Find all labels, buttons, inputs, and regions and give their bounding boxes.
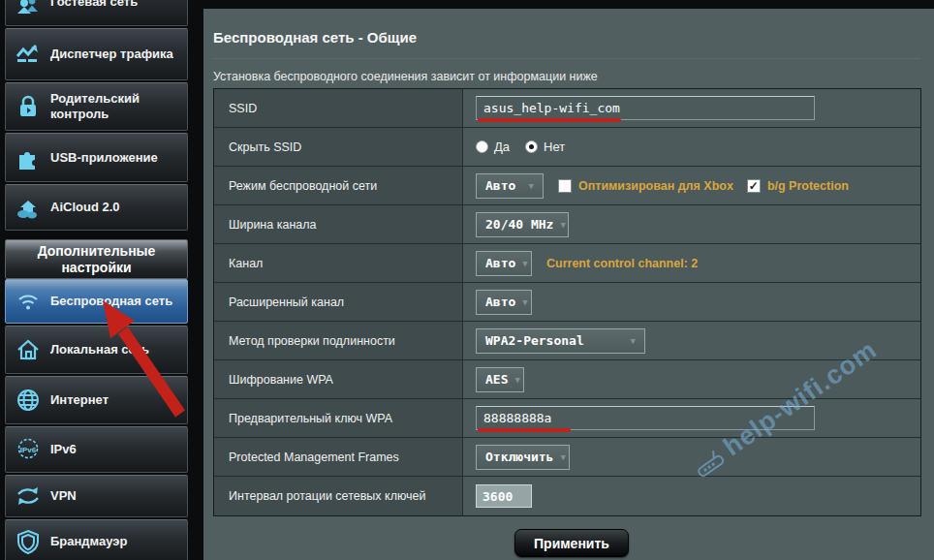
red-underline-annotation — [478, 428, 571, 432]
sidebar-item-wireless[interactable]: Беспроводная сеть — [5, 279, 188, 324]
aicloud-icon — [6, 194, 50, 221]
row-ssid: SSID — [214, 89, 920, 128]
xbox-checkbox-label: Оптимизирован для Xbox — [578, 179, 733, 193]
channel-value: Авто — [485, 256, 515, 270]
sidebar-item-label: AiCloud 2.0 — [50, 200, 126, 215]
sidebar-item-label: Брандмауэр — [50, 534, 133, 549]
row-auth-method: Метод проверки подлинности WPA2-Personal… — [214, 322, 920, 360]
row-channel: Канал Авто▼ Current control channel: 2 — [214, 244, 920, 283]
sidebar-section-title: Дополнительные настройки — [24, 243, 170, 276]
chevron-down-icon: ▼ — [522, 259, 527, 268]
sidebar-item-ipv6[interactable]: IPv6 IPv6 — [5, 426, 188, 473]
vpn-icon — [6, 482, 50, 510]
sidebar: Гостевая сеть Диспетчер трафика Родитель… — [0, 0, 191, 560]
pmf-select[interactable]: Отключить▼ — [476, 445, 570, 470]
auth-method-value: WPA2-Personal — [485, 333, 584, 348]
ext-channel-label: Расширенный канал — [214, 283, 463, 321]
row-key-rotation: Интервал ротации сетевых ключей — [214, 477, 920, 515]
hide-ssid-no-label: Нет — [544, 140, 565, 154]
red-underline-annotation — [478, 118, 621, 122]
wireless-settings-table: SSID Скрыть SSID Да Нет — [213, 88, 921, 516]
sidebar-item-lan[interactable]: Локальная сеть — [5, 326, 188, 374]
radio-circle-selected-icon — [525, 140, 538, 153]
title-divider — [213, 58, 920, 59]
firewall-icon — [6, 528, 50, 555]
sidebar-item-label: Беспроводная сеть — [50, 294, 178, 309]
guest-network-icon — [6, 0, 50, 16]
pmf-label: Protected Management Frames — [214, 438, 463, 476]
sidebar-item-label: Родительский контроль — [50, 91, 187, 122]
row-wireless-mode: Режим беспроводной сети Авто▼ Оптимизиро… — [214, 167, 920, 205]
sidebar-item-parental-control[interactable]: Родительский контроль — [5, 82, 188, 131]
hide-ssid-yes-radio[interactable]: Да — [476, 140, 510, 154]
row-hide-ssid: Скрыть SSID Да Нет — [214, 128, 920, 167]
chevron-down-icon: ▼ — [560, 452, 565, 462]
row-channel-width: Ширина канала 20/40 MHz▼ — [214, 205, 920, 244]
sidebar-item-label: VPN — [50, 488, 82, 504]
hide-ssid-label: Скрыть SSID — [214, 128, 463, 166]
row-ext-channel: Расширенный канал Авто▼ — [214, 283, 920, 322]
apply-button[interactable]: Применить — [514, 529, 629, 557]
hide-ssid-no-radio[interactable]: Нет — [525, 140, 565, 154]
wireless-mode-label: Режим беспроводной сети — [214, 167, 463, 204]
svg-text:IPv6: IPv6 — [20, 446, 37, 454]
sidebar-item-traffic-manager[interactable]: Диспетчер трафика — [5, 28, 188, 80]
sidebar-item-firewall[interactable]: Брандмауэр — [5, 519, 188, 560]
ext-channel-select[interactable]: Авто▼ — [476, 290, 532, 315]
chevron-down-icon: ▼ — [631, 336, 636, 346]
wpa-encryption-label: Шифрование WPA — [214, 360, 463, 398]
key-rotation-label: Интервал ротации сетевых ключей — [214, 477, 463, 515]
channel-select[interactable]: Авто▼ — [476, 251, 532, 276]
channel-width-value: 20/40 MHz — [485, 217, 553, 232]
auth-method-select[interactable]: WPA2-Personal▼ — [476, 328, 645, 354]
wpa-key-label: Предварительный ключ WPA — [214, 399, 463, 437]
page-title: Беспроводная сеть - Общие — [213, 29, 417, 46]
row-wpa-key: Предварительный ключ WPA — [214, 399, 920, 438]
sidebar-item-label: Интернет — [50, 392, 114, 408]
parental-control-icon — [6, 94, 50, 119]
sidebar-item-label: IPv6 — [50, 442, 82, 457]
checkmark-icon: ✓ — [749, 179, 759, 193]
auth-method-label: Метод проверки подлинности — [214, 322, 463, 359]
radio-circle-icon — [476, 140, 488, 153]
wpa-encryption-select[interactable]: AES▼ — [476, 367, 524, 392]
wpa-key-input[interactable] — [476, 406, 815, 430]
sidebar-item-guest-network[interactable]: Гостевая сеть — [5, 0, 188, 26]
usb-app-icon — [6, 145, 50, 171]
channel-label: Канал — [214, 244, 463, 282]
ipv6-icon: IPv6 — [6, 436, 50, 463]
sidebar-item-usb-app[interactable]: USB-приложение — [5, 133, 188, 182]
ssid-label: SSID — [214, 89, 463, 127]
chevron-down-icon: ▼ — [560, 220, 565, 230]
xbox-checkbox[interactable] — [558, 179, 572, 193]
chevron-down-icon: ▼ — [529, 181, 534, 191]
bg-protection-label: b/g Protection — [767, 179, 849, 193]
chevron-down-icon: ▼ — [522, 297, 527, 307]
ssid-input[interactable] — [476, 96, 815, 120]
channel-width-select[interactable]: 20/40 MHz▼ — [476, 212, 569, 237]
chevron-down-icon: ▼ — [514, 375, 519, 385]
pmf-value: Отключить — [485, 450, 553, 464]
sidebar-item-label: Диспетчер трафика — [50, 47, 179, 62]
row-pmf: Protected Management Frames Отключить▼ — [214, 438, 920, 477]
bg-protection-checkbox[interactable]: ✓ — [747, 179, 761, 193]
sidebar-item-internet[interactable]: Интернет — [5, 376, 188, 424]
hide-ssid-yes-label: Да — [494, 140, 510, 154]
wireless-mode-value: Авто — [485, 178, 515, 193]
current-channel-note: Current control channel: 2 — [546, 257, 698, 270]
page-subtitle: Установка беспроводного соединения завис… — [213, 70, 598, 83]
wireless-mode-select[interactable]: Авто▼ — [476, 173, 544, 199]
sidebar-item-aicloud[interactable]: AiCloud 2.0 — [5, 184, 188, 231]
traffic-manager-icon — [6, 41, 50, 68]
wpa-encryption-value: AES — [485, 372, 508, 387]
wifi-icon — [6, 288, 50, 315]
sidebar-item-label: Локальная сеть — [50, 342, 155, 358]
key-rotation-input[interactable] — [476, 484, 532, 508]
sidebar-item-label: USB-приложение — [50, 150, 164, 166]
sidebar-item-vpn[interactable]: VPN — [5, 475, 188, 517]
sidebar-item-label: Гостевая сеть — [50, 0, 143, 10]
row-wpa-encryption: Шифрование WPA AES▼ — [214, 360, 920, 399]
ext-channel-value: Авто — [485, 295, 515, 309]
sidebar-section-advanced-settings: Дополнительные настройки — [5, 239, 188, 279]
main-panel: Беспроводная сеть - Общие Установка бесп… — [203, 9, 934, 560]
